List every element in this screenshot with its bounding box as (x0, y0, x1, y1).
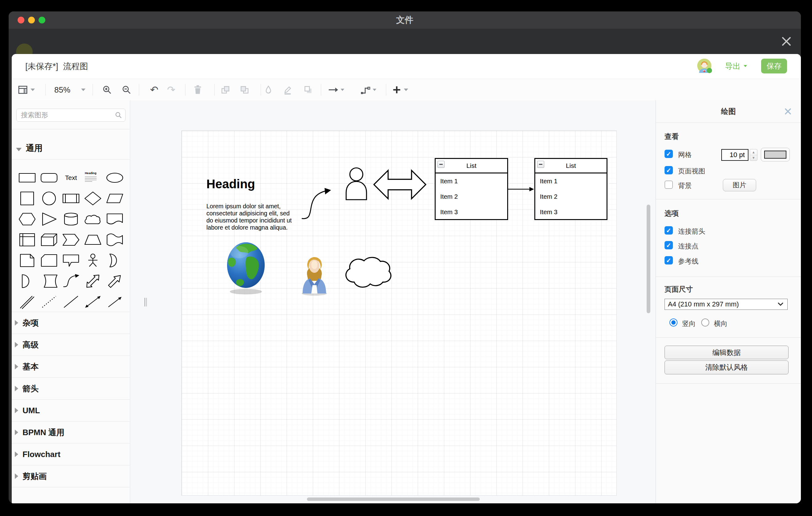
fill-color-button[interactable] (263, 79, 274, 101)
undo-button[interactable]: ↶ (149, 79, 160, 101)
shape-cube-icon[interactable] (38, 229, 60, 250)
list-item[interactable]: Item 2 (436, 189, 507, 204)
waypoint-style-button[interactable] (360, 79, 371, 101)
canvas-businesswoman-clipart[interactable] (300, 253, 328, 296)
shape-circle-icon[interactable] (38, 188, 60, 209)
canvas-list-shape[interactable]: List Item 1Item 2Item 3 (534, 158, 607, 220)
shape-curve-icon[interactable] (60, 271, 82, 291)
shape-document-icon[interactable] (104, 209, 125, 229)
save-button[interactable]: 保存 (761, 59, 787, 74)
shape-actor-icon[interactable] (82, 250, 104, 271)
zoom-out-button[interactable] (121, 79, 132, 101)
sidebar-section-5[interactable]: BPMN 通用 (12, 422, 130, 443)
page-view-caret[interactable] (30, 79, 36, 101)
shape-directional-connector-icon[interactable] (104, 291, 125, 312)
insert-caret[interactable] (403, 79, 409, 101)
canvas-double-arrow-shape[interactable] (373, 168, 427, 202)
background-image-button[interactable]: 图片 (723, 179, 756, 191)
collapse-icon[interactable] (437, 161, 444, 168)
shape-ellipse-icon[interactable] (104, 167, 125, 188)
shape-tape-icon[interactable] (104, 229, 125, 250)
shape-hexagon-icon[interactable] (16, 209, 38, 229)
connection-arrows-checkbox[interactable] (665, 226, 673, 234)
guides-checkbox[interactable] (665, 256, 673, 264)
window-titlebar[interactable]: 文件 (9, 11, 801, 29)
shape-triangle-icon[interactable] (38, 209, 60, 229)
canvas-list-shape[interactable]: List Item 1Item 2Item 3 (435, 158, 508, 220)
to-back-button[interactable] (239, 79, 250, 101)
horizontal-scrollbar[interactable] (307, 497, 480, 501)
canvas-paragraph-text[interactable]: Lorem ipsum dolor sit amet, consectetur … (206, 203, 299, 231)
search-icon[interactable] (115, 111, 122, 119)
shape-link-icon[interactable] (16, 291, 38, 312)
zoom-level-caret[interactable] (80, 79, 86, 101)
document-name[interactable]: 流程图 (63, 61, 88, 72)
sidebar-section-0[interactable]: 杂项 (12, 312, 130, 334)
edit-data-button[interactable]: 编辑数据 (665, 346, 788, 359)
canvas-actor-shape[interactable] (345, 167, 368, 200)
panel-close-icon[interactable] (784, 108, 792, 115)
grid-size-input[interactable] (721, 149, 749, 161)
page-view-button[interactable] (17, 79, 28, 101)
list-item[interactable]: Item 3 (535, 204, 607, 220)
page-size-select[interactable]: A4 (210 mm x 297 mm) (665, 299, 788, 310)
shape-step-icon[interactable] (60, 229, 82, 250)
line-color-button[interactable] (282, 79, 293, 101)
dialog-close-icon[interactable] (780, 35, 793, 48)
to-front-button[interactable] (220, 79, 231, 101)
shadow-button[interactable] (303, 79, 314, 101)
sidebar-section-3[interactable]: 箭头 (12, 378, 130, 400)
shape-bidirectional-connector-icon[interactable] (82, 291, 104, 312)
shape-arrow-icon[interactable] (104, 271, 125, 291)
background-checkbox[interactable] (665, 180, 673, 189)
connection-arrow-caret[interactable] (339, 79, 346, 101)
canvas-connector-arrow[interactable] (506, 186, 534, 192)
shape-trapezoid-icon[interactable] (82, 229, 104, 250)
sidebar-section-7[interactable]: 剪贴画 (12, 465, 130, 487)
sidebar-section-1[interactable]: 高级 (12, 334, 130, 356)
shape-or-icon[interactable] (104, 250, 125, 271)
shape-textbox-icon[interactable]: Heading (82, 167, 104, 188)
portrait-radio[interactable] (669, 318, 677, 326)
list-item[interactable]: Item 3 (436, 204, 507, 220)
shape-rectangle-icon[interactable] (16, 167, 38, 188)
zoom-level-button[interactable]: 85% (49, 79, 76, 101)
list-item[interactable]: Item 1 (436, 173, 507, 189)
sidebar-section-6[interactable]: Flowchart (12, 443, 130, 465)
vertical-scrollbar[interactable] (647, 205, 650, 313)
page[interactable]: Heading Lorem ipsum dolor sit amet, cons… (181, 131, 617, 496)
drawing-canvas[interactable]: Heading Lorem ipsum dolor sit amet, cons… (130, 100, 656, 503)
canvas-curve-arrow[interactable] (300, 187, 333, 221)
collapse-icon[interactable] (537, 161, 544, 168)
shape-card-icon[interactable] (38, 250, 60, 271)
redo-button[interactable]: ↷ (166, 79, 177, 101)
shape-callout-icon[interactable] (60, 250, 82, 271)
grid-size-stepper[interactable]: ▲▼ (750, 149, 757, 161)
shape-cylinder-icon[interactable] (60, 209, 82, 229)
canvas-heading-text[interactable]: Heading (206, 177, 255, 191)
list-header[interactable]: List (436, 159, 507, 173)
grid-checkbox[interactable] (665, 150, 673, 158)
search-input[interactable] (20, 110, 114, 121)
sidebar-section-4[interactable]: UML (12, 400, 130, 422)
shape-diamond-icon[interactable] (82, 188, 104, 209)
shape-line-icon[interactable] (60, 291, 82, 312)
shape-square-icon[interactable] (16, 188, 38, 209)
shape-process-icon[interactable] (60, 188, 82, 209)
export-button[interactable]: 导出 (725, 59, 748, 74)
page-view-checkbox[interactable] (665, 166, 673, 174)
clear-default-style-button[interactable]: 清除默认风格 (665, 361, 788, 374)
avatar[interactable] (697, 59, 712, 73)
canvas-globe-clipart[interactable] (227, 239, 265, 295)
zoom-in-button[interactable] (102, 79, 113, 101)
shape-dotted-line-icon[interactable] (38, 291, 60, 312)
shape-text-icon[interactable]: Text (60, 167, 82, 188)
insert-button[interactable] (391, 79, 402, 101)
connection-points-checkbox[interactable] (665, 241, 673, 249)
shape-bidirectional-arrow-icon[interactable] (82, 271, 104, 291)
shape-and-icon[interactable] (16, 271, 38, 291)
list-item[interactable]: Item 1 (535, 173, 607, 189)
shape-data-storage-icon[interactable] (38, 271, 60, 291)
sidebar-collapse-handle[interactable] (144, 298, 148, 307)
list-header[interactable]: List (535, 159, 607, 173)
